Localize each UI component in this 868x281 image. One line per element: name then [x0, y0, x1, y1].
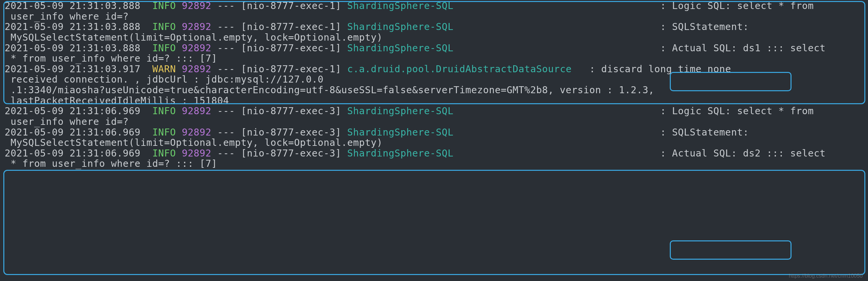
log-level: INFO [152, 43, 176, 54]
log-line-continuation: * from user_info where id=? ::: [7] [5, 53, 863, 64]
log-separator: --- [217, 43, 235, 54]
log-pid: 92892 [182, 0, 212, 11]
log-thread: [nio-8777-exec-1] [241, 43, 341, 54]
log-timestamp: 2021-05-09 21:31:03.917 [5, 64, 141, 75]
log-pid: 92892 [182, 43, 212, 54]
log-pid: 92892 [182, 148, 212, 159]
log-message: : Actual SQL: ds2 ::: select [660, 148, 826, 159]
log-message: : Logic SQL: select * from [660, 106, 814, 116]
log-logger: ShardingSphere-SQL [347, 21, 454, 32]
log-line-continuation: MySQLSelectStatement(limit=Optional.empt… [5, 32, 863, 43]
log-thread: [nio-8777-exec-1] [241, 64, 341, 75]
log-timestamp: 2021-05-09 21:31:03.888 [5, 21, 141, 32]
log-line-continuation: user_info where id=? [5, 116, 863, 127]
log-logger: ShardingSphere-SQL [347, 106, 454, 116]
log-separator: --- [217, 21, 235, 32]
log-message: : SQLStatement: [660, 127, 749, 138]
log-pid: 92892 [182, 21, 212, 32]
log-logger: ShardingSphere-SQL [347, 43, 454, 54]
log-thread: [nio-8777-exec-1] [241, 0, 341, 11]
log-message: : Logic SQL: select * from [660, 0, 814, 11]
log-line: 2021-05-09 21:31:06.969 INFO 92892 --- [… [5, 106, 863, 116]
log-level: WARN [152, 64, 176, 75]
log-thread: [nio-8777-exec-3] [241, 127, 341, 138]
log-separator: --- [217, 0, 235, 11]
log-logger: c.a.druid.pool.DruidAbstractDataSource [347, 64, 572, 75]
log-timestamp: 2021-05-09 21:31:03.888 [5, 43, 141, 54]
log-line-continuation: MySQLSelectStatement(limit=Optional.empt… [5, 138, 863, 148]
log-timestamp: 2021-05-09 21:31:03.888 [5, 0, 141, 11]
watermark: https://blog.csdn.net/cnm10050 [789, 273, 863, 279]
log-line: 2021-05-09 21:31:03.888 INFO 92892 --- [… [5, 1, 863, 11]
log-message: : SQLStatement: [660, 21, 749, 32]
log-logger: ShardingSphere-SQL [347, 127, 454, 138]
log-output: 2021-05-09 21:31:03.888 INFO 92892 --- [… [0, 0, 868, 169]
log-message: : Actual SQL: ds1 ::: select [660, 43, 826, 54]
log-line: 2021-05-09 21:31:03.888 INFO 92892 --- [… [5, 43, 863, 54]
log-line-continuation: * from user_info where id=? ::: [7] [5, 159, 863, 169]
log-timestamp: 2021-05-09 21:31:06.969 [5, 148, 141, 159]
log-thread: [nio-8777-exec-3] [241, 106, 341, 116]
log-timestamp: 2021-05-09 21:31:06.969 [5, 106, 141, 116]
log-logger: ShardingSphere-SQL [347, 0, 454, 11]
log-thread: [nio-8777-exec-1] [241, 21, 341, 32]
log-level: INFO [152, 127, 176, 138]
log-separator: --- [217, 106, 235, 116]
log-message: : discard long time none [589, 64, 731, 75]
log-line: 2021-05-09 21:31:03.917 WARN 92892 --- [… [5, 64, 863, 75]
log-pid: 92892 [182, 64, 212, 75]
log-pid: 92892 [182, 106, 212, 116]
log-separator: --- [217, 64, 235, 75]
log-separator: --- [217, 148, 235, 159]
log-thread: [nio-8777-exec-3] [241, 148, 341, 159]
highlight-sub-2 [670, 241, 792, 260]
log-line-continuation: user_info where id=? [5, 11, 863, 22]
log-level: INFO [152, 148, 176, 159]
log-separator: --- [217, 127, 235, 138]
log-logger: ShardingSphere-SQL [347, 148, 454, 159]
log-line: 2021-05-09 21:31:03.888 INFO 92892 --- [… [5, 22, 863, 32]
log-level: INFO [152, 106, 176, 116]
log-line-continuation: received connection. , jdbcUrl : jdbc:my… [5, 74, 863, 106]
log-line: 2021-05-09 21:31:06.969 INFO 92892 --- [… [5, 127, 863, 138]
highlight-box-2 [3, 170, 865, 275]
log-level: INFO [152, 0, 176, 11]
log-line: 2021-05-09 21:31:06.969 INFO 92892 --- [… [5, 148, 863, 159]
log-timestamp: 2021-05-09 21:31:06.969 [5, 127, 141, 138]
log-level: INFO [152, 21, 176, 32]
log-pid: 92892 [182, 127, 212, 138]
